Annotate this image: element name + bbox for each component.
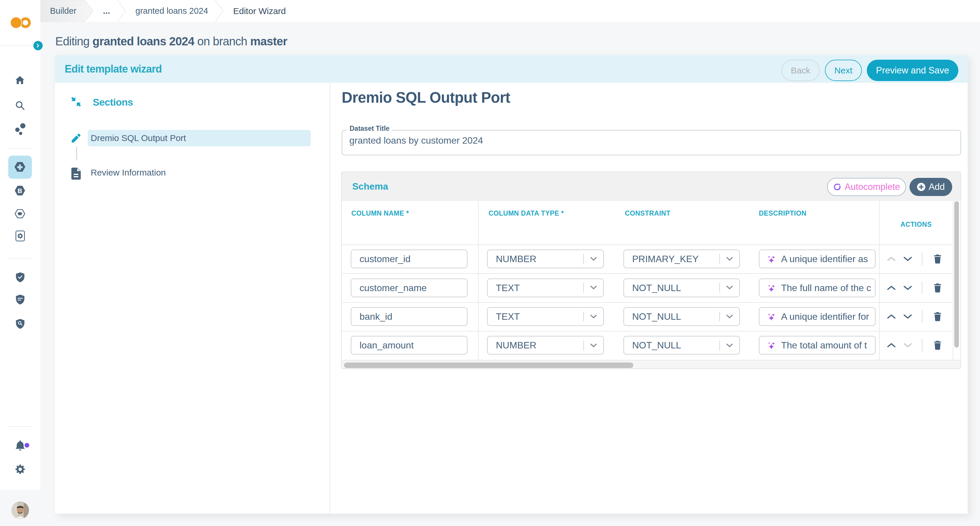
svg-text:B: B [18, 187, 22, 195]
